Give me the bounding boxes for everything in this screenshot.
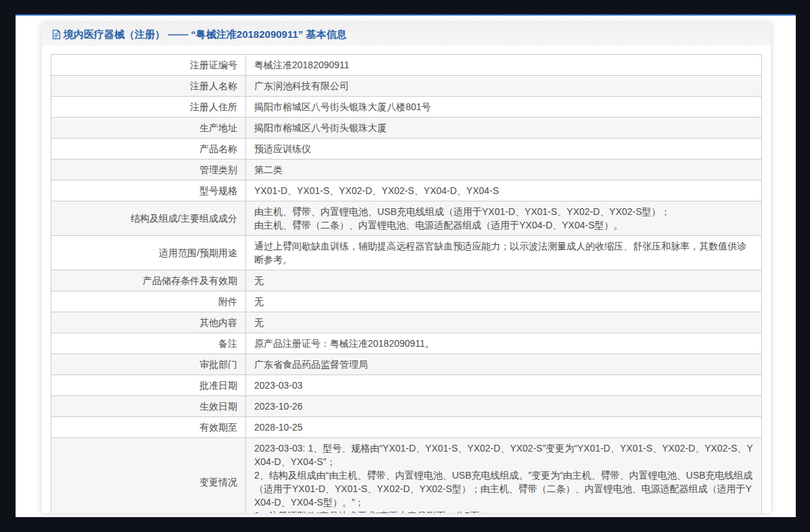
row-label: 备注 <box>51 333 246 354</box>
table-row: 型号规格YX01-D、YX01-S、YX02-D、YX02-S、YX04-D、Y… <box>51 180 762 201</box>
table-row: 注册人住所揭阳市榕城区八号街头银珠大厦八楼801号 <box>51 97 762 118</box>
table-row: 生产地址揭阳市榕城区八号街头银珠大厦 <box>51 118 762 139</box>
table-row: 批准日期2023-03-03 <box>51 375 762 396</box>
table-row: 注册人名称广东润池科技有限公司 <box>51 76 762 97</box>
row-label: 变更情况 <box>51 438 246 514</box>
row-label: 其他内容 <box>51 312 246 333</box>
screenshot-frame: { "page": { "title": "境内医疗器械（注册） —— “粤械注… <box>0 0 810 532</box>
panel-header: 境内医疗器械（注册） —— “粤械注准20182090911” 基本信息 <box>42 23 771 46</box>
table-row: 生效日期2023-10-26 <box>51 396 762 417</box>
row-value: 2023-03-03 <box>246 375 762 396</box>
row-value: 广东省食品药品监督管理局 <box>246 354 762 375</box>
table-row: 有效期至2028-10-25 <box>51 417 762 438</box>
row-value: 第二类 <box>246 160 762 180</box>
row-value: 揭阳市榕城区八号街头银珠大厦八楼801号 <box>246 97 762 118</box>
row-value: 通过上臂间歇缺血训练，辅助提高远程器官缺血预适应能力；以示波法测量成人的收缩压、… <box>246 236 762 270</box>
row-label: 产品储存条件及有效期 <box>51 270 246 291</box>
table-row: 结构及组成/主要组成成分由主机、臂带、内置锂电池、USB充电线组成（适用于YX0… <box>51 201 762 236</box>
row-label: 审批部门 <box>51 354 246 375</box>
row-label: 适用范围/预期用途 <box>51 236 246 270</box>
row-label: 批准日期 <box>51 375 246 396</box>
page-title: 境内医疗器械（注册） —— “粤械注准20182090911” 基本信息 <box>64 28 346 41</box>
table-row: 注册证编号粤械注准20182090911 <box>51 55 762 76</box>
row-value: 揭阳市榕城区八号街头银珠大厦 <box>246 118 762 139</box>
row-label: 附件 <box>51 291 246 312</box>
row-label: 生效日期 <box>51 396 246 417</box>
row-label: 注册人名称 <box>51 76 246 97</box>
row-value: 2023-10-26 <box>246 396 762 417</box>
info-table-body: 注册证编号粤械注准20182090911注册人名称广东润池科技有限公司注册人住所… <box>51 55 762 514</box>
top-hatch-pattern <box>16 16 796 20</box>
row-label: 结构及组成/主要组成成分 <box>51 201 246 236</box>
row-label: 型号规格 <box>51 180 246 201</box>
registration-info-table: 注册证编号粤械注准20182090911注册人名称广东润池科技有限公司注册人住所… <box>51 54 762 513</box>
row-value: YX01-D、YX01-S、YX02-D、YX02-S、YX04-D、YX04-… <box>246 180 762 201</box>
row-value: 由主机、臂带、内置锂电池、USB充电线组成（适用于YX01-D、YX01-S、Y… <box>246 201 762 236</box>
row-value: 粤械注准20182090911 <box>246 55 762 76</box>
table-row: 附件无 <box>51 291 762 312</box>
row-value: 预适应训练仪 <box>246 139 762 160</box>
row-label: 管理类别 <box>51 160 246 180</box>
row-value: 2023-03-03: 1、型号、规格由“YX01-D、YX01-S、YX02-… <box>246 438 762 514</box>
document-icon <box>51 29 62 40</box>
row-value: 无 <box>246 291 762 312</box>
table-row: 产品名称预适应训练仪 <box>51 139 762 160</box>
row-label: 有效期至 <box>51 417 246 438</box>
content-panel: 境内医疗器械（注册） —— “粤械注准20182090911” 基本信息 注册证… <box>42 23 771 513</box>
row-value: 无 <box>246 312 762 333</box>
row-label: 产品名称 <box>51 139 246 160</box>
row-value: 无 <box>246 270 762 291</box>
table-row: 审批部门广东省食品药品监督管理局 <box>51 354 762 375</box>
row-label: 注册证编号 <box>51 55 246 76</box>
row-label: 生产地址 <box>51 118 246 139</box>
row-label: 注册人住所 <box>51 97 246 118</box>
table-row: 产品储存条件及有效期无 <box>51 270 762 291</box>
table-row: 其他内容无 <box>51 312 762 333</box>
row-value: 2028-10-25 <box>246 417 762 438</box>
table-row: 变更情况2023-03-03: 1、型号、规格由“YX01-D、YX01-S、Y… <box>51 438 762 514</box>
row-value: 原产品注册证号：粤械注准20182090911。 <box>246 333 762 354</box>
table-row: 备注原产品注册证号：粤械注准20182090911。 <box>51 333 762 354</box>
row-value: 广东润池科技有限公司 <box>246 76 762 97</box>
table-row: 适用范围/预期用途通过上臂间歇缺血训练，辅助提高远程器官缺血预适应能力；以示波法… <box>51 236 762 270</box>
page-background: 境内医疗器械（注册） —— “粤械注准20182090911” 基本信息 注册证… <box>16 14 796 517</box>
table-row: 管理类别第二类 <box>51 160 762 180</box>
